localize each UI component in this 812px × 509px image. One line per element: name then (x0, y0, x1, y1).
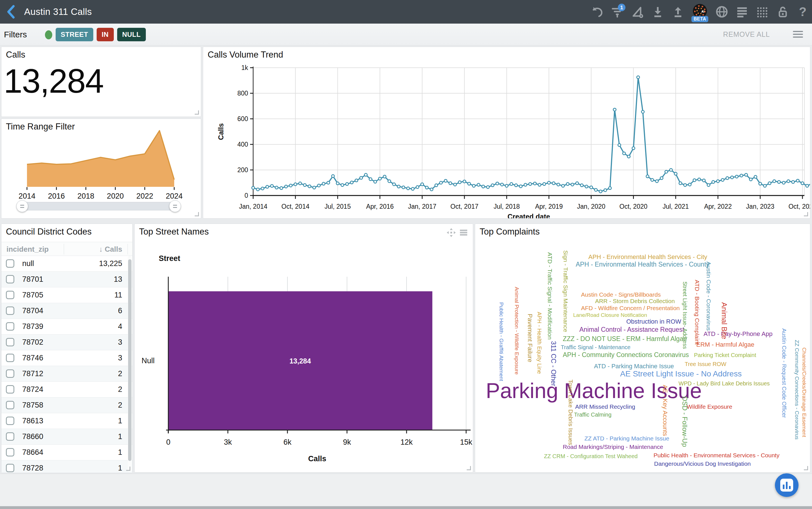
complaint-word[interactable]: ATD - Parking Machine Issue (594, 363, 674, 369)
complaint-word[interactable]: ZZ ATD - Parking Machine Issue (584, 435, 669, 441)
complaint-word[interactable]: ARR - Storm Debris Collection (595, 298, 675, 304)
table-row[interactable]: 787281 (1, 461, 132, 473)
complaint-word[interactable]: Animal Control - Assistance Request (579, 327, 684, 333)
complaint-word[interactable]: APH - Community Connections Coronavirus (563, 352, 689, 358)
row-checkbox[interactable] (6, 401, 14, 409)
row-checkbox[interactable] (6, 369, 14, 378)
row-checkbox[interactable] (6, 448, 14, 456)
row-checkbox[interactable] (6, 259, 14, 268)
table-row[interactable]: 787046 (1, 303, 132, 319)
complaint-word[interactable]: APH - Environmental Health Services - Co… (576, 261, 709, 268)
ai-assistant-button[interactable]: AI BETA (692, 3, 708, 21)
complaint-word[interactable]: Austin Code - Signs/Billboards (581, 292, 661, 298)
row-checkbox[interactable] (6, 338, 14, 346)
complaint-word[interactable]: Public Health - Environmental Services -… (653, 452, 779, 458)
table-row[interactable]: 7870113 (1, 272, 132, 287)
complaint-word[interactable]: Town Lake Debris Issues (568, 379, 574, 445)
filter-button[interactable]: 1 (611, 3, 624, 21)
complaint-word[interactable]: Animal Bite (721, 302, 728, 339)
table-row[interactable]: 787394 (1, 319, 132, 335)
time-range-area-chart[interactable]: 201420162018202020222024 (1, 119, 201, 200)
complaint-word[interactable]: Austin Code - Coronavirus (706, 262, 712, 331)
complaint-word[interactable]: APH - Health Equity Line (537, 312, 542, 374)
table-row[interactable]: 7870511 (1, 287, 132, 303)
time-range-slider-handle-right[interactable] (169, 200, 181, 212)
filter-chip-in[interactable]: IN (97, 28, 114, 41)
complaint-word[interactable]: Parking Machine Issue (486, 380, 702, 401)
complaint-word[interactable]: ERM - Harmful Algae (696, 342, 754, 348)
complaint-word[interactable]: AE - Key Accounts (662, 385, 668, 436)
time-range-slider-track[interactable] (16, 202, 181, 210)
help-button[interactable]: ? (796, 3, 809, 21)
table-row[interactable]: 786641 (1, 445, 132, 461)
row-checkbox[interactable] (6, 306, 14, 315)
resize-handle[interactable] (804, 466, 808, 470)
filters-menu-icon[interactable] (793, 31, 803, 38)
table-row[interactable]: 787463 (1, 350, 132, 366)
complaint-word[interactable]: 311 CC - Other (550, 341, 557, 386)
complaint-word[interactable]: Street Light Issue- Address (682, 281, 688, 349)
row-checkbox[interactable] (6, 354, 14, 362)
table-row[interactable]: 786601 (1, 429, 132, 445)
table-row[interactable]: 787023 (1, 335, 132, 350)
publish-web-button[interactable] (715, 3, 728, 21)
list-view-button[interactable] (736, 3, 748, 21)
resize-handle[interactable] (804, 212, 808, 216)
complaint-word[interactable]: Lane/Road Closure Notification (573, 312, 647, 318)
complaint-word[interactable]: DSD - Follow-Up (681, 396, 688, 447)
row-checkbox[interactable] (6, 275, 14, 283)
table-row[interactable]: 787582 (1, 398, 132, 413)
complaint-word[interactable]: ZZ Community Connections - Coronavirus (794, 340, 800, 440)
table-row[interactable]: 786131 (1, 413, 132, 429)
grid-view-button[interactable] (756, 3, 769, 21)
resize-handle[interactable] (467, 466, 471, 470)
charts-fab-button[interactable] (775, 473, 799, 497)
column-header-incident-zip[interactable]: incident_zip (6, 245, 48, 253)
complaint-word[interactable]: ATD - Traffic Signal - Modification (547, 252, 553, 340)
complaint-word[interactable]: Road Markings/Striping - Maintenance (563, 444, 663, 450)
remove-all-button[interactable]: REMOVE ALL (723, 30, 770, 38)
row-checkbox[interactable] (6, 416, 14, 425)
row-checkbox[interactable] (6, 322, 14, 331)
filter-chip-null[interactable]: NULL (117, 28, 146, 41)
complaint-word[interactable]: Animal Protection - Wildlife Exposure (514, 287, 519, 375)
complaint-word[interactable]: ZZZ - DO NOT USE - ERM - Harmful Algae (563, 336, 687, 342)
complaint-word[interactable]: Tree Issue ROW (685, 361, 726, 367)
complaint-word[interactable]: Obstruction in ROW (626, 318, 681, 325)
complaint-word[interactable]: Parking Ticket Complaint (694, 352, 756, 358)
complaint-word[interactable]: Dangerous/Vicious Dog Investigation (654, 461, 751, 467)
complaint-word[interactable]: ARR Missed Recycling (575, 404, 635, 410)
complaint-word[interactable]: AE Street Light Issue - No Address (620, 370, 742, 378)
complaint-word[interactable]: APH - Environmental Health Services - Ci… (588, 254, 707, 260)
table-scrollbar[interactable] (128, 256, 132, 472)
undo-button[interactable] (590, 3, 604, 21)
row-checkbox[interactable] (6, 291, 14, 299)
chart-settings-button[interactable] (631, 3, 644, 21)
column-header-calls[interactable]: ↓ Calls (99, 245, 122, 253)
row-checkbox[interactable] (6, 464, 14, 472)
complaint-word[interactable]: ZZ CRM - Configuration Test Waheed (544, 453, 638, 459)
complaint-word[interactable]: Austin Code - Request Code Officer (781, 328, 787, 418)
street-bar-chart[interactable]: 13,28403k6k9k12k15kCallsStreetNull (135, 224, 473, 472)
row-checkbox[interactable] (6, 432, 14, 441)
table-row[interactable]: 787242 (1, 382, 132, 398)
resize-handle[interactable] (195, 212, 199, 216)
trend-line-chart[interactable]: 02004006008001kJan, 2014Oct, 2014Jul, 20… (203, 47, 810, 218)
complaint-word[interactable]: ATD - Booting Complaint (694, 280, 700, 345)
resize-handle[interactable] (126, 467, 130, 471)
table-row[interactable]: 787122 (1, 366, 132, 382)
complaint-word[interactable]: Pavement Failure (527, 314, 533, 362)
upload-button[interactable] (672, 3, 684, 21)
row-checkbox[interactable] (6, 385, 14, 394)
filter-chip-street[interactable]: STREET (56, 28, 93, 41)
table-row[interactable]: null13,225 (1, 256, 132, 272)
complaint-word[interactable]: Traffic Calming (574, 412, 611, 417)
resize-handle[interactable] (195, 110, 199, 114)
back-button[interactable] (5, 4, 18, 19)
complaint-word[interactable]: Wildlife Exposure (687, 404, 732, 410)
complaint-word[interactable]: Sign - Traffic Sign Maintenance (563, 250, 569, 332)
complaint-word[interactable]: ATD - Pay-by-Phone App (704, 331, 772, 337)
download-button[interactable] (651, 3, 664, 21)
complaint-word[interactable]: Channels/Creeks/Drainage Easement (802, 347, 807, 437)
lock-button[interactable] (776, 3, 789, 21)
